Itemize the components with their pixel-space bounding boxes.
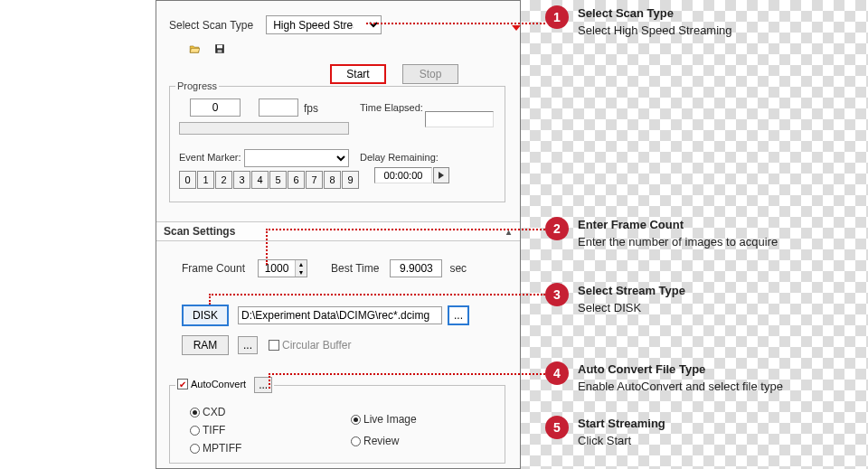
- mode-live-option[interactable]: Live Image: [351, 413, 417, 426]
- radio-icon: [190, 408, 200, 417]
- autoconvert-checkbox[interactable]: ✔: [177, 379, 188, 389]
- callout-2-title: Enter Frame Count: [578, 217, 778, 233]
- disk-button[interactable]: DISK: [182, 305, 229, 326]
- dropdown-red-indicator-icon: [512, 23, 521, 33]
- stream-path-input[interactable]: [238, 306, 442, 324]
- circular-buffer-checkbox[interactable]: [269, 340, 279, 351]
- format-cxd-option[interactable]: CXD: [190, 406, 241, 418]
- progress-counter: 0: [190, 98, 241, 117]
- marker-0-button[interactable]: 0: [179, 171, 196, 189]
- delay-remaining-label: Delay Remaining:: [360, 152, 439, 163]
- callout-number-4: 4: [545, 361, 569, 385]
- scan-type-select[interactable]: High Speed Streaming: [266, 15, 382, 34]
- autoconvert-label: AutoConvert: [191, 379, 246, 389]
- scan-settings-header[interactable]: Scan Settings ▴: [156, 221, 520, 241]
- mode-review-option[interactable]: Review: [351, 435, 417, 447]
- frame-count-input[interactable]: [259, 260, 295, 277]
- fps-value[interactable]: [259, 98, 298, 117]
- play-icon: [438, 172, 445, 179]
- callout-3-body: Select DISK: [578, 300, 685, 316]
- marker-3-button[interactable]: 3: [233, 171, 250, 189]
- marker-8-button[interactable]: 8: [324, 171, 341, 189]
- ram-button[interactable]: RAM: [182, 335, 229, 355]
- callout-4-title: Auto Convert File Type: [578, 361, 783, 378]
- format-mptiff-option[interactable]: MPTIFF: [190, 442, 241, 455]
- save-file-button[interactable]: [209, 39, 231, 59]
- marker-4-button[interactable]: 4: [251, 171, 269, 189]
- best-time-value[interactable]: [390, 259, 442, 277]
- frame-count-label: Frame Count: [182, 262, 245, 275]
- marker-2-button[interactable]: 2: [215, 171, 232, 189]
- radio-icon: [190, 444, 200, 454]
- autoconvert-group: ✔AutoConvert ... CXD TIFF MPTIFF Live Im…: [169, 377, 505, 464]
- delay-play-button[interactable]: [433, 167, 449, 183]
- callout-number-2: 2: [545, 217, 569, 240]
- best-time-label: Best Time: [331, 262, 379, 275]
- marker-1-button[interactable]: 1: [197, 171, 214, 189]
- callout-number-3: 3: [545, 283, 569, 306]
- callout-5-title: Start Streaming: [578, 416, 665, 432]
- radio-icon: [351, 436, 361, 446]
- floppy-save-icon: [214, 41, 225, 57]
- best-time-unit: sec: [449, 262, 467, 275]
- browse-path-button[interactable]: ...: [448, 305, 469, 325]
- frame-count-up-icon[interactable]: ▲: [296, 260, 307, 268]
- event-marker-select[interactable]: [244, 149, 349, 167]
- folder-open-icon: [189, 41, 200, 57]
- event-marker-label: Event Marker:: [179, 152, 241, 163]
- svg-rect-2: [218, 50, 222, 52]
- callout-4-body: Enable AutoConvert and select file type: [578, 379, 783, 395]
- callout-5-body: Click Start: [578, 433, 665, 449]
- callout-number-1: 1: [545, 5, 569, 29]
- progress-legend: Progress: [175, 80, 219, 91]
- ram-options-button[interactable]: ...: [238, 336, 258, 354]
- time-elapsed-value: [425, 111, 494, 127]
- callout-3-title: Select Stream Type: [578, 283, 685, 299]
- time-elapsed-label: Time Elapsed:: [360, 102, 423, 113]
- scan-type-label: Select Scan Type: [169, 19, 253, 32]
- progress-group: Progress 0 fps Time Elapsed: Event Marke…: [169, 80, 505, 202]
- circular-buffer-label: Circular Buffer: [282, 339, 351, 352]
- marker-7-button[interactable]: 7: [306, 171, 323, 189]
- radio-icon: [190, 426, 200, 436]
- progress-bar: [179, 122, 349, 135]
- frame-count-down-icon[interactable]: ▼: [296, 268, 307, 277]
- format-tiff-option[interactable]: TIFF: [190, 424, 241, 436]
- marker-6-button[interactable]: 6: [288, 171, 305, 189]
- callout-number-5: 5: [545, 416, 569, 439]
- marker-5-button[interactable]: 5: [269, 171, 287, 189]
- callout-1-body: Select High Speed Streaming: [578, 23, 732, 39]
- scan-settings-title: Scan Settings: [164, 225, 235, 238]
- svg-rect-1: [217, 45, 222, 49]
- marker-9-button[interactable]: 9: [342, 171, 359, 189]
- radio-icon: [351, 415, 361, 425]
- callout-2-body: Enter the number of images to acquire: [578, 234, 778, 250]
- delay-remaining-value: 00:00:00: [374, 167, 432, 183]
- fps-label: fps: [304, 102, 318, 115]
- callout-1-title: Select Scan Type: [578, 5, 732, 22]
- open-file-button[interactable]: [184, 39, 205, 59]
